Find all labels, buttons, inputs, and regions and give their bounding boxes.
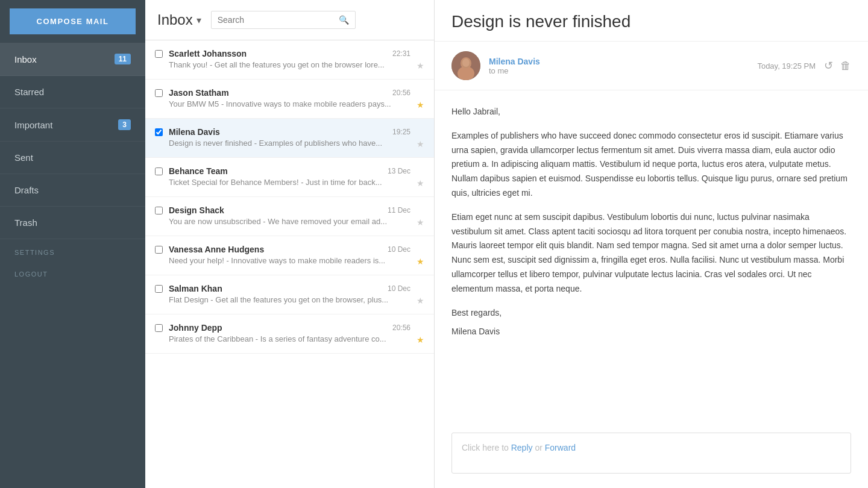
- forward-link[interactable]: Forward: [545, 443, 576, 452]
- email-list: Scarlett Johansson 22:31 Thank you! - Ge…: [145, 40, 434, 354]
- important-badge: 3: [118, 119, 131, 130]
- search-icon: 🔍: [339, 15, 349, 25]
- email-row[interactable]: Design Shack 11 Dec You are now unsubscr…: [145, 197, 434, 236]
- inbox-dropdown-icon[interactable]: ▾: [197, 14, 201, 26]
- star-icon[interactable]: ★: [417, 217, 424, 227]
- search-input[interactable]: [218, 15, 339, 25]
- inbox-badge: 11: [115, 54, 131, 64]
- email-time: 10 Dec: [388, 245, 410, 254]
- star-icon[interactable]: ★: [417, 100, 424, 110]
- avatar: [451, 51, 480, 80]
- star-icon[interactable]: ★: [417, 296, 424, 305]
- sidebar: COMPOSE MAIL Inbox 11 Starred Important …: [0, 0, 145, 488]
- email-content: Salman Khan 10 Dec Flat Design - Get all…: [169, 284, 410, 304]
- email-content: Vanessa Anne Hudgens 10 Dec Need your he…: [169, 245, 410, 265]
- email-time: 20:56: [392, 89, 410, 97]
- email-sender: Johnny Depp: [169, 323, 222, 333]
- sidebar-item-sent[interactable]: Sent: [0, 142, 145, 174]
- svg-point-2: [458, 66, 474, 80]
- email-top-row: Johnny Depp 20:56: [169, 323, 410, 333]
- email-list-pane: Inbox ▾ 🔍 Scarlett Johansson 22:31 Thank…: [145, 0, 435, 488]
- email-preview: Need your help! - Innovative ways to mak…: [169, 256, 410, 265]
- email-preview: Design is never finished - Examples of p…: [169, 139, 410, 148]
- avatar-image: [451, 51, 480, 80]
- email-row[interactable]: Johnny Depp 20:56 Pirates of the Caribbe…: [145, 314, 434, 354]
- email-top-row: Vanessa Anne Hudgens 10 Dec: [169, 245, 410, 254]
- important-label: Important: [14, 120, 52, 130]
- email-row[interactable]: Behance Team 13 Dec Ticket Special for B…: [145, 158, 434, 197]
- email-checkbox[interactable]: [155, 50, 163, 58]
- svg-point-4: [462, 58, 470, 67]
- email-checkbox[interactable]: [155, 324, 163, 332]
- email-content: Design Shack 11 Dec You are now unsubscr…: [169, 205, 410, 226]
- body-paragraph-2: Etiam eget nunc at sem suscipit dapibus.…: [451, 210, 851, 296]
- body-paragraph-1: Examples of publishers who have succeed …: [451, 129, 851, 201]
- sidebar-item-important[interactable]: Important 3: [0, 108, 145, 142]
- email-sender: Behance Team: [169, 166, 228, 176]
- email-preview: Thank you! - Get all the features you ge…: [169, 60, 410, 69]
- email-row[interactable]: Milena Davis 19:25 Design is never finis…: [145, 119, 434, 158]
- star-icon[interactable]: ★: [417, 61, 424, 70]
- email-sender: Vanessa Anne Hudgens: [169, 245, 264, 254]
- email-row[interactable]: Scarlett Johansson 22:31 Thank you! - Ge…: [145, 40, 434, 80]
- email-preview: Ticket Special for Behance Members! - Ju…: [169, 178, 410, 187]
- detail-meta: Milena Davis to me Today, 19:25 PM ↺ 🗑: [435, 42, 868, 90]
- meta-sender: Milena Davis: [489, 57, 749, 66]
- email-detail-pane: Design is never finished Milena Davis to…: [435, 0, 868, 488]
- email-checkbox[interactable]: [155, 207, 163, 214]
- email-time: 13 Dec: [388, 167, 410, 175]
- email-top-row: Design Shack 11 Dec: [169, 205, 410, 215]
- drafts-label: Drafts: [14, 185, 39, 195]
- email-sender: Jason Statham: [169, 88, 229, 98]
- email-content: Scarlett Johansson 22:31 Thank you! - Ge…: [169, 49, 410, 69]
- or-text: or: [533, 443, 545, 452]
- email-sender: Milena Davis: [169, 127, 220, 137]
- email-row[interactable]: Salman Khan 10 Dec Flat Design - Get all…: [145, 275, 434, 314]
- email-checkbox[interactable]: [155, 285, 163, 293]
- logout-section-label[interactable]: LOGOUT: [0, 261, 145, 283]
- sent-label: Sent: [14, 152, 33, 163]
- email-content: Johnny Depp 20:56 Pirates of the Caribbe…: [169, 323, 410, 343]
- detail-subject: Design is never finished: [435, 0, 868, 42]
- email-time: 20:56: [392, 324, 410, 332]
- search-box: 🔍: [211, 11, 356, 29]
- email-top-row: Scarlett Johansson 22:31: [169, 49, 410, 58]
- email-preview: Your BMW M5 - Innovative ways to make mo…: [169, 99, 410, 108]
- signature-line-2: Milena Davis: [451, 325, 851, 339]
- sidebar-item-trash[interactable]: Trash: [0, 207, 145, 239]
- meta-info: Milena Davis to me: [489, 57, 749, 75]
- sidebar-item-starred[interactable]: Starred: [0, 76, 145, 108]
- inbox-title: Inbox ▾: [157, 11, 201, 28]
- star-icon[interactable]: ★: [417, 257, 424, 266]
- compose-button[interactable]: COMPOSE MAIL: [10, 8, 136, 34]
- email-content: Jason Statham 20:56 Your BMW M5 - Innova…: [169, 88, 410, 108]
- star-icon[interactable]: ★: [417, 335, 424, 345]
- sidebar-item-inbox[interactable]: Inbox 11: [0, 43, 145, 76]
- email-list-header: Inbox ▾ 🔍: [145, 0, 434, 40]
- settings-section-label: SETTINGS: [0, 239, 145, 261]
- email-checkbox[interactable]: [155, 167, 163, 175]
- email-preview: You are now unsubscribed - We have remov…: [169, 217, 410, 226]
- email-row[interactable]: Jason Statham 20:56 Your BMW M5 - Innova…: [145, 80, 434, 119]
- email-checkbox[interactable]: [155, 89, 163, 97]
- email-sender: Scarlett Johansson: [169, 49, 247, 58]
- inbox-label: Inbox: [14, 54, 37, 64]
- delete-icon[interactable]: 🗑: [840, 60, 851, 72]
- email-row[interactable]: Vanessa Anne Hudgens 10 Dec Need your he…: [145, 236, 434, 275]
- email-sender: Design Shack: [169, 205, 224, 215]
- meta-time: Today, 19:25 PM: [757, 61, 816, 70]
- email-content: Behance Team 13 Dec Ticket Special for B…: [169, 166, 410, 187]
- email-preview: Pirates of the Caribbean - Is a series o…: [169, 334, 410, 343]
- email-checkbox[interactable]: [155, 246, 163, 254]
- reply-box[interactable]: Click here to Reply or Forward: [451, 433, 851, 474]
- detail-actions: ↺ 🗑: [824, 59, 851, 72]
- email-top-row: Jason Statham 20:56: [169, 88, 410, 98]
- reply-icon[interactable]: ↺: [824, 59, 833, 72]
- star-icon[interactable]: ★: [417, 178, 424, 188]
- reply-prompt-text: Click here to: [462, 443, 511, 452]
- email-checkbox[interactable]: [155, 128, 163, 136]
- star-icon[interactable]: ★: [417, 139, 424, 149]
- email-top-row: Behance Team 13 Dec: [169, 166, 410, 176]
- sidebar-item-drafts[interactable]: Drafts: [0, 174, 145, 207]
- reply-link[interactable]: Reply: [511, 443, 533, 452]
